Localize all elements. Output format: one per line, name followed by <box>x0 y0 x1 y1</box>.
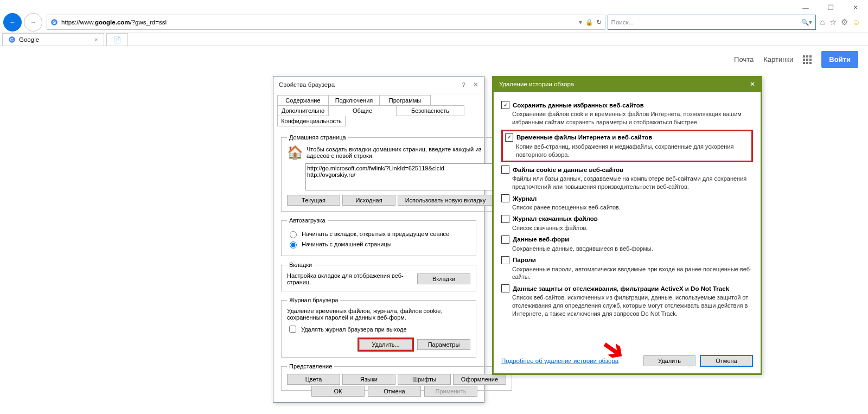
option-title: Данные веб-форм <box>513 236 569 243</box>
option-description: Сохраненные пароли, автоматически вводим… <box>512 265 753 282</box>
svg-text:G: G <box>53 20 56 25</box>
tabs-legend: Вкладки <box>287 262 314 268</box>
google-mail-link[interactable]: Почта <box>734 55 754 63</box>
tab-general[interactable]: Общие <box>328 105 397 116</box>
homepage-input[interactable] <box>305 163 496 190</box>
tab-content[interactable]: Содержание <box>277 95 329 106</box>
history-group: Журнал браузера Удаление временных файло… <box>281 297 476 358</box>
option-checkbox[interactable] <box>501 101 509 109</box>
colors-button[interactable]: Цвета <box>287 374 340 385</box>
nav-back-button[interactable]: ← <box>3 13 22 31</box>
ok-button[interactable]: ОК <box>311 386 365 397</box>
gear-icon[interactable]: ⚙ <box>841 17 848 27</box>
option-checkbox[interactable] <box>501 165 509 174</box>
option-title: Данные защиты от отслеживания, фильтраци… <box>513 285 729 292</box>
option-description: Сохранение файлов cookie и временных фай… <box>512 110 753 126</box>
nav-forward-button[interactable]: → <box>24 13 42 31</box>
tab-privacy[interactable]: Конфиденциальность <box>277 116 346 126</box>
delete-option-3: ЖурналСписок ранее посещенных веб-сайтов… <box>501 194 753 212</box>
accessibility-button[interactable]: Оформление <box>453 374 506 385</box>
delete-option-7: Данные защиты от отслеживания, фильтраци… <box>501 284 753 318</box>
homepage-group: Домашняя страница 🏠 Чтобы создать вкладк… <box>281 134 499 212</box>
tabs-group: Вкладки Настройка вкладок для отображени… <box>281 262 476 291</box>
startup-last-session-radio[interactable]: Начинать с вкладок, открытых в предыдуще… <box>287 230 470 238</box>
tab-advanced[interactable]: Дополнительно <box>277 105 329 116</box>
dialog-title: Свойства браузера <box>279 81 335 88</box>
url-prefix: https://www. <box>61 19 95 26</box>
browser-search-input[interactable]: Поиск... 🔍▾ <box>608 15 816 30</box>
tab-connections[interactable]: Подключения <box>328 95 380 106</box>
tab-security[interactable]: Безопасность <box>396 105 464 116</box>
delete-option-1: Временные файлы Интернета и веб-сайтовКо… <box>501 130 753 163</box>
option-title: Файлы cookie и данные веб-сайтов <box>513 167 623 173</box>
option-description: Сохраненные данные, вводившиеся в веб-фо… <box>512 245 753 253</box>
dialog-close-button[interactable]: ✕ <box>473 81 478 88</box>
delete-button[interactable]: Удалить <box>643 355 695 366</box>
fonts-button[interactable]: Шрифты <box>398 374 451 385</box>
tab-title: Google <box>19 36 39 43</box>
tabs-hint: Настройка вкладок для отображения веб-ст… <box>287 272 414 285</box>
homepage-legend: Домашняя страница <box>287 134 348 141</box>
use-newtab-button[interactable]: Использовать новую вкладку <box>398 195 493 206</box>
history-hint: Удаление временных файлов, журнала, файл… <box>287 308 470 321</box>
learn-more-link[interactable]: Подробнее об удалении истории обзора <box>501 358 618 364</box>
option-checkbox[interactable] <box>501 215 509 223</box>
option-checkbox[interactable] <box>501 194 509 202</box>
smiley-icon[interactable]: ☺ <box>852 17 860 27</box>
address-bar[interactable]: G https://www.google.com/?gws_rd=ssl ▾ 🔒… <box>47 15 605 30</box>
delete-option-6: ПаролиСохраненные пароли, автоматически … <box>501 256 753 282</box>
refresh-icon[interactable]: ↻ <box>596 18 602 26</box>
delete-option-2: Файлы cookie и данные веб-сайтовФайлы ил… <box>501 165 753 191</box>
option-checkbox[interactable] <box>505 133 513 142</box>
tabs-settings-button[interactable]: Вкладки <box>417 273 470 284</box>
option-description: Список веб-сайтов, исключенных из фильтр… <box>512 294 753 318</box>
url-host: google.com <box>95 19 130 26</box>
url-suffix: /?gws_rd=ssl <box>130 19 167 26</box>
google-favicon-icon: G <box>8 36 16 43</box>
delete-option-4: Журнал скачанных файловСписок скачанных … <box>501 215 753 232</box>
dialog-close-button[interactable]: ✕ <box>750 80 755 88</box>
option-description: Список скачанных файлов. <box>512 224 753 232</box>
startup-group: Автозагрузка Начинать с вкладок, открыты… <box>281 217 476 256</box>
option-checkbox[interactable] <box>501 235 509 244</box>
tab-close-icon[interactable]: × <box>94 36 98 43</box>
appearance-legend: Представление <box>287 363 334 370</box>
google-signin-button[interactable]: Войти <box>821 51 858 68</box>
option-description: Файлы или базы данных, создаваемые на ко… <box>512 175 753 191</box>
google-images-link[interactable]: Картинки <box>763 55 793 63</box>
apply-button[interactable]: Применить <box>424 386 477 397</box>
use-current-button[interactable]: Текущая <box>287 195 340 206</box>
home-icon[interactable]: ⌂ <box>820 17 825 27</box>
tab-programs[interactable]: Программы <box>379 95 431 106</box>
languages-button[interactable]: Языки <box>342 374 395 385</box>
cancel-button[interactable]: Отмена <box>368 386 421 397</box>
startup-homepage-radio[interactable]: Начинать с домашней страницы <box>287 240 470 249</box>
dialog-help-button[interactable]: ? <box>462 81 465 88</box>
option-description: Копии веб-страниц, изображения и медиафа… <box>516 143 749 159</box>
delete-history-dialog: Удаление истории обзора ✕ Сохранить данн… <box>492 76 762 375</box>
dialog-title: Удаление истории обзора <box>499 81 574 87</box>
option-title: Журнал <box>513 195 537 202</box>
google-favicon-icon: G <box>50 18 58 26</box>
home-icon: 🏠 <box>287 145 303 160</box>
cancel-button[interactable]: Отмена <box>700 355 753 367</box>
use-default-button[interactable]: Исходная <box>342 195 395 206</box>
lock-icon: 🔒 <box>585 18 593 26</box>
option-checkbox[interactable] <box>501 256 509 264</box>
delete-on-exit-checkbox[interactable]: Удалять журнал браузера при выходе <box>287 324 470 334</box>
search-icon[interactable]: 🔍▾ <box>801 18 812 26</box>
google-apps-icon[interactable] <box>803 55 812 64</box>
favorites-icon[interactable]: ☆ <box>829 17 837 27</box>
option-title: Сохранить данные избранных веб-сайтов <box>513 102 644 109</box>
history-delete-button[interactable]: Удалить... <box>359 339 412 350</box>
startup-legend: Автозагрузка <box>287 217 328 224</box>
history-settings-button[interactable]: Параметры <box>417 339 470 350</box>
svg-text:G: G <box>10 37 14 42</box>
option-checkbox[interactable] <box>501 284 509 292</box>
dropdown-icon[interactable]: ▾ <box>579 18 582 26</box>
option-title: Временные файлы Интернета и веб-сайтов <box>516 134 652 141</box>
history-legend: Журнал браузера <box>287 297 340 303</box>
new-tab-button[interactable]: 📄 <box>106 33 128 46</box>
internet-options-dialog: Свойства браузера ? ✕ Содержание Подключ… <box>273 76 484 403</box>
browser-tab-google[interactable]: G Google × <box>2 33 104 46</box>
